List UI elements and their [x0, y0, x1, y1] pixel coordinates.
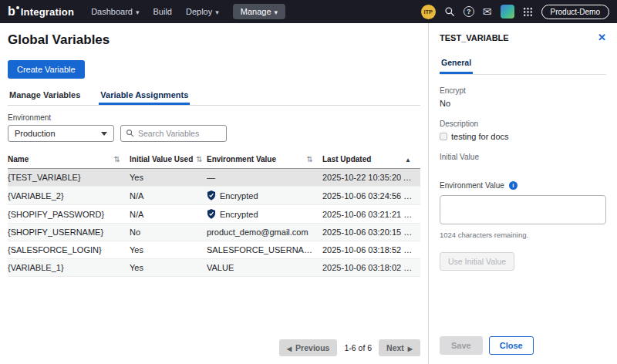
cell-environment-value: Encrypted	[207, 205, 322, 223]
apps-grid-icon[interactable]	[523, 7, 533, 17]
description-value: testing for docs	[451, 132, 509, 141]
table-header-row: Name Initial Value Used Environment Valu…	[8, 152, 420, 169]
search-variables-box	[120, 125, 227, 142]
description-label: Description	[440, 120, 606, 128]
cell-last-updated: 2025-10-06 03:20:15 PM	[322, 224, 420, 241]
environment-select[interactable]: Production	[8, 125, 114, 142]
info-icon[interactable]	[509, 181, 518, 190]
column-header-environment-value[interactable]: Environment Value	[207, 155, 322, 163]
account-switcher[interactable]: Product-Demo	[541, 5, 609, 19]
cell-initial-value-used: N/A	[130, 206, 207, 223]
help-icon[interactable]	[464, 6, 474, 17]
product-name: Integration	[21, 6, 74, 18]
environment-select-value: Production	[15, 129, 56, 138]
cell-environment-value-label: Encrypted	[220, 210, 258, 219]
variables-table: Name Initial Value Used Environment Valu…	[8, 152, 420, 277]
nav-manage[interactable]: Manage	[233, 4, 285, 19]
cell-last-updated: 2025-10-06 03:21:21 PM	[322, 206, 420, 223]
cell-name: {SHOPIFY_USERNAME}	[8, 224, 130, 241]
main-content: Global Variables Create Variable Manage …	[0, 23, 428, 364]
nav-dashboard[interactable]: Dashboard	[91, 7, 139, 16]
boomi-logo-icon[interactable]: b	[8, 5, 15, 18]
initial-value-label: Initial Value	[440, 153, 606, 161]
account-initials-badge[interactable]: ITP	[421, 5, 436, 19]
chevron-down-icon	[101, 132, 107, 136]
description-icon	[440, 133, 447, 140]
cell-environment-value: Encrypted	[207, 187, 322, 204]
tab-general[interactable]: General	[440, 58, 473, 74]
close-icon[interactable]	[598, 32, 606, 42]
cell-name: {VARIABLE_1}	[8, 259, 130, 276]
next-arrow-icon	[408, 343, 413, 352]
app-window: b Integration Dashboard Build Deploy Man…	[0, 0, 617, 364]
table-row[interactable]: {SHOPIFY_PASSWORD} N/A Encrypted 2025-10…	[8, 205, 420, 224]
column-header-last-updated[interactable]: Last Updated	[322, 155, 420, 163]
chevron-down-icon	[275, 7, 278, 16]
mail-icon[interactable]	[483, 6, 492, 17]
cell-environment-value: SALESFORCE_USERNAME	[207, 241, 322, 258]
search-icon[interactable]	[444, 6, 455, 17]
environment-label: Environment	[8, 113, 114, 122]
characters-remaining: 1024 characters remaining.	[440, 231, 606, 239]
table-row[interactable]: {SHOPIFY_USERNAME} No product_demo@gmail…	[8, 224, 420, 241]
filter-bar: Environment Production	[8, 113, 420, 142]
tab-variable-assignments[interactable]: Variable Assignments	[99, 90, 190, 105]
cell-environment-value: —	[207, 169, 322, 186]
nav-dashboard-label: Dashboard	[91, 7, 133, 16]
cell-initial-value-used: Yes	[130, 169, 207, 186]
previous-page-button[interactable]: Previous	[279, 339, 338, 356]
sort-icon	[304, 155, 313, 163]
encrypt-label: Encrypt	[440, 86, 606, 95]
environment-value-label: Environment Value	[440, 181, 504, 190]
search-variables-input[interactable]	[138, 129, 221, 138]
cell-name: {VARIABLE_2}	[8, 187, 130, 204]
cell-last-updated: 2025-10-06 03:24:56 PM	[322, 187, 420, 204]
tab-manage-variables[interactable]: Manage Variables	[8, 90, 82, 105]
pagination: Previous 1-6 of 6 Next	[279, 339, 420, 356]
table-row[interactable]: {VARIABLE_1} Yes VALUE 2025-10-06 03:18:…	[8, 259, 420, 277]
sort-ascending-icon	[402, 155, 411, 163]
environment-value-textarea[interactable]	[440, 195, 606, 224]
search-icon	[126, 126, 134, 140]
navbar-actions: ITP Product-Demo	[421, 5, 609, 19]
top-navbar: b Integration Dashboard Build Deploy Man…	[0, 0, 617, 23]
use-initial-value-button[interactable]: Use Initial Value	[440, 252, 514, 271]
cell-environment-value: VALUE	[207, 259, 322, 276]
cell-initial-value-used: Yes	[130, 259, 207, 276]
cell-name: {SHOPIFY_PASSWORD}	[8, 206, 130, 223]
panel-footer: Save Close	[440, 336, 534, 355]
table-body: {TEST_VARIABLE} Yes — 2025-10-22 10:35:2…	[8, 169, 420, 277]
table-row[interactable]: {SALESFORCE_LOGIN} Yes SALESFORCE_USERNA…	[8, 241, 420, 259]
table-row[interactable]: {TEST_VARIABLE} Yes — 2025-10-22 10:35:2…	[8, 169, 420, 187]
nav-deploy[interactable]: Deploy	[186, 7, 219, 16]
cell-initial-value-used: Yes	[130, 241, 207, 258]
encrypted-shield-icon	[207, 190, 216, 201]
save-button[interactable]: Save	[440, 336, 483, 355]
column-header-name[interactable]: Name	[8, 155, 130, 163]
table-row[interactable]: {VARIABLE_2} N/A Encrypted 2025-10-06 03…	[8, 187, 420, 205]
column-header-label: Last Updated	[322, 155, 371, 163]
next-page-button[interactable]: Next	[379, 339, 420, 356]
column-header-label: Initial Value Used	[130, 155, 193, 163]
panel-tab-bar: General	[440, 55, 606, 75]
panel-title: TEST_VARIABLE	[440, 33, 509, 42]
nav-build[interactable]: Build	[153, 7, 172, 16]
chevron-down-icon	[215, 7, 219, 16]
cell-initial-value-used: No	[130, 224, 207, 241]
column-header-initial-value-used[interactable]: Initial Value Used	[130, 155, 207, 163]
column-header-label: Name	[8, 155, 29, 163]
next-label: Next	[386, 343, 404, 352]
nav-build-label: Build	[153, 7, 172, 16]
main-nav: Dashboard Build Deploy Manage	[91, 4, 285, 19]
create-variable-button[interactable]: Create Variable	[8, 60, 85, 79]
page-title: Global Variables	[8, 32, 420, 48]
nav-manage-label: Manage	[241, 7, 271, 16]
cell-initial-value-used: N/A	[130, 187, 207, 204]
tab-bar: Manage Variables Variable Assignments	[8, 90, 420, 106]
detail-panel: TEST_VARIABLE General Encrypt No Descrip…	[428, 23, 617, 364]
encrypt-value: No	[440, 99, 606, 108]
cell-name: {TEST_VARIABLE}	[8, 169, 130, 186]
close-button[interactable]: Close	[489, 336, 534, 355]
avatar[interactable]	[501, 5, 514, 19]
chevron-down-icon	[136, 7, 140, 16]
